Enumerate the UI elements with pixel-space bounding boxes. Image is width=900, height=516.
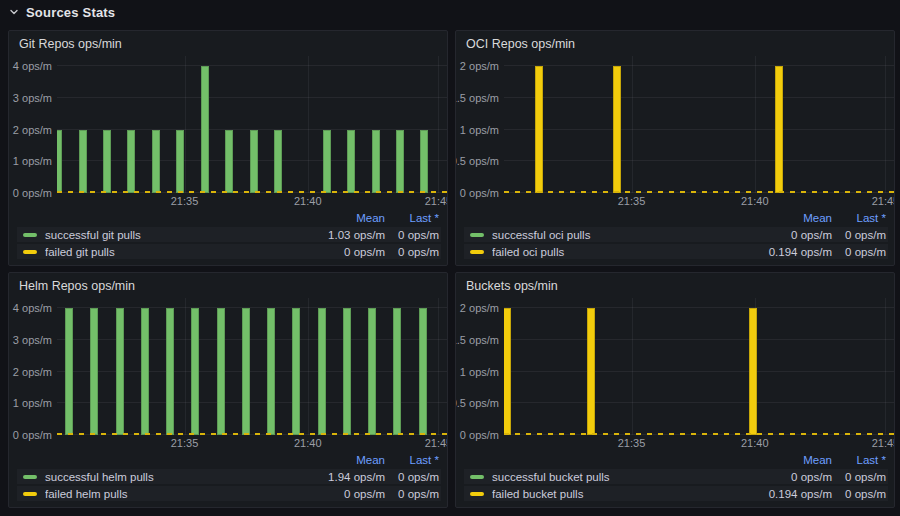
legend-last-header[interactable]: Last * <box>832 454 888 466</box>
legend-series-label[interactable]: failed git pulls <box>45 246 293 258</box>
time-series-plot[interactable] <box>504 56 894 193</box>
h-gridline <box>504 97 894 98</box>
data-bar[interactable] <box>613 66 621 193</box>
data-bar[interactable] <box>90 308 98 435</box>
data-bar[interactable] <box>504 308 511 435</box>
data-bar[interactable] <box>274 130 282 194</box>
v-gridline <box>632 298 633 435</box>
legend-series-label[interactable]: failed bucket pulls <box>492 488 740 500</box>
h-gridline <box>504 65 894 66</box>
y-axis: 2 ops/m1.5 ops/m1 ops/m0.5 ops/m0 ops/m <box>456 298 504 435</box>
time-series-plot[interactable] <box>504 298 894 435</box>
h-gridline <box>504 307 894 308</box>
data-bar[interactable] <box>191 308 199 435</box>
data-bar[interactable] <box>347 130 355 194</box>
data-bar[interactable] <box>775 66 783 193</box>
data-bar[interactable] <box>201 66 209 193</box>
plot-row: 2 ops/m1.5 ops/m1 ops/m0.5 ops/m0 ops/m <box>456 56 894 193</box>
data-bar[interactable] <box>250 130 258 194</box>
data-bar[interactable] <box>225 130 233 194</box>
x-tick-label: 21:40 <box>294 195 322 207</box>
data-bar[interactable] <box>267 308 275 435</box>
h-gridline <box>57 97 447 98</box>
v-gridline <box>438 56 439 193</box>
panel-git-repos: Git Repos ops/min 4 ops/m3 ops/m2 ops/m1… <box>8 30 448 266</box>
y-tick-label: 0.5 ops/m <box>455 397 499 409</box>
y-tick-label: 3 ops/m <box>13 334 52 346</box>
data-bar[interactable] <box>419 308 427 435</box>
dashboard-row-header[interactable]: Sources Stats <box>0 0 900 24</box>
v-gridline <box>185 298 186 435</box>
data-bar[interactable] <box>103 130 111 194</box>
panel-title[interactable]: Git Repos ops/min <box>9 31 447 56</box>
legend-row: successful oci pulls 0 ops/m 0 ops/m <box>464 227 888 242</box>
data-bar[interactable] <box>166 308 174 435</box>
data-bar[interactable] <box>57 130 62 194</box>
data-bar[interactable] <box>176 130 184 194</box>
legend-last-value: 0 ops/m <box>832 488 888 500</box>
legend-series-label[interactable]: failed helm pulls <box>45 488 293 500</box>
data-bar[interactable] <box>116 308 124 435</box>
data-bar[interactable] <box>420 130 428 194</box>
data-bar[interactable] <box>587 308 595 435</box>
plot-row: 4 ops/m3 ops/m2 ops/m1 ops/m0 ops/m <box>9 56 447 193</box>
legend-series-label[interactable]: successful git pulls <box>45 229 293 241</box>
zero-value-dashed-line <box>57 191 447 193</box>
legend-header-row: Mean Last * <box>464 452 888 467</box>
data-bar[interactable] <box>292 308 300 435</box>
data-bar[interactable] <box>152 130 160 194</box>
legend-mean-value: 0 ops/m <box>293 246 385 258</box>
x-axis: 21:3521:4021:45 <box>57 193 447 210</box>
legend-last-header[interactable]: Last * <box>385 454 441 466</box>
legend-mean-value: 0.194 ops/m <box>740 488 832 500</box>
series-color-swatch <box>23 492 37 496</box>
plot-row: 4 ops/m3 ops/m2 ops/m1 ops/m0 ops/m <box>9 298 447 435</box>
legend-series-label[interactable]: successful oci pulls <box>492 229 740 241</box>
data-bar[interactable] <box>368 308 376 435</box>
data-bar[interactable] <box>65 308 73 435</box>
legend-last-header[interactable]: Last * <box>385 212 441 224</box>
legend-series-label[interactable]: successful bucket pulls <box>492 471 740 483</box>
legend-mean-value: 1.03 ops/m <box>293 229 385 241</box>
v-gridline <box>755 298 756 435</box>
h-gridline <box>57 65 447 66</box>
panel-title[interactable]: Helm Repos ops/min <box>9 273 447 298</box>
data-bar[interactable] <box>127 130 135 194</box>
data-bar[interactable] <box>535 66 543 193</box>
legend-last-value: 0 ops/m <box>832 229 888 241</box>
legend-series-label[interactable]: failed oci pulls <box>492 246 740 258</box>
data-bar[interactable] <box>372 130 380 194</box>
data-bar[interactable] <box>343 308 351 435</box>
data-bar[interactable] <box>141 308 149 435</box>
v-gridline <box>885 56 886 193</box>
legend-mean-header[interactable]: Mean <box>293 454 385 466</box>
legend-row: failed oci pulls 0.194 ops/m 0 ops/m <box>464 244 888 259</box>
data-bar[interactable] <box>217 308 225 435</box>
zero-value-dashed-line <box>504 191 894 193</box>
data-bar[interactable] <box>749 308 757 435</box>
h-gridline <box>504 371 894 372</box>
panel-title[interactable]: OCI Repos ops/min <box>456 31 894 56</box>
legend-mean-header[interactable]: Mean <box>740 454 832 466</box>
chevron-down-icon <box>9 7 19 17</box>
time-series-plot[interactable] <box>57 298 447 435</box>
legend-mean-header[interactable]: Mean <box>293 212 385 224</box>
data-bar[interactable] <box>323 130 331 194</box>
legend-mean-value: 1.94 ops/m <box>293 471 385 483</box>
panel-title[interactable]: Buckets ops/min <box>456 273 894 298</box>
data-bar[interactable] <box>396 130 404 194</box>
data-bar[interactable] <box>318 308 326 435</box>
data-bar[interactable] <box>79 130 87 194</box>
x-axis: 21:3521:4021:45 <box>504 193 894 210</box>
y-tick-label: 2 ops/m <box>460 60 499 72</box>
x-axis: 21:3521:4021:45 <box>504 435 894 452</box>
data-bar[interactable] <box>242 308 250 435</box>
x-tick-label: 21:40 <box>741 195 769 207</box>
data-bar[interactable] <box>393 308 401 435</box>
legend-mean-value: 0 ops/m <box>740 471 832 483</box>
time-series-plot[interactable] <box>57 56 447 193</box>
x-tick-label: 21:40 <box>741 437 769 449</box>
legend-mean-header[interactable]: Mean <box>740 212 832 224</box>
legend-last-header[interactable]: Last * <box>832 212 888 224</box>
legend-series-label[interactable]: successful helm pulls <box>45 471 293 483</box>
